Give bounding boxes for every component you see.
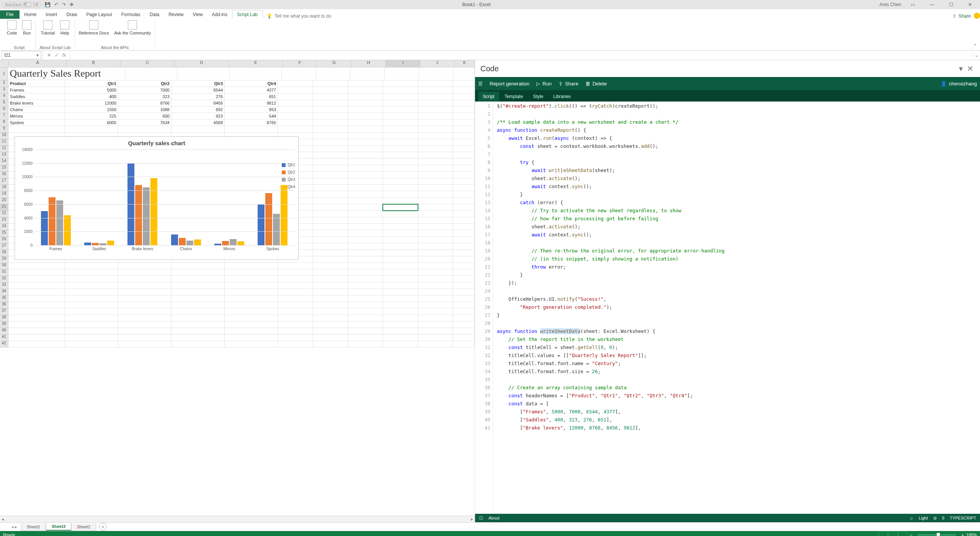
header-cell[interactable] [313, 80, 348, 87]
code-line[interactable]: // Set the report title in the worksheet [497, 336, 980, 344]
cell[interactable] [418, 100, 453, 107]
ask-community-button[interactable]: Ask the Community [114, 20, 151, 35]
cell[interactable] [172, 334, 225, 341]
cell[interactable] [418, 172, 453, 178]
zoom-out-icon[interactable]: − [910, 533, 912, 536]
cell[interactable]: Frames [8, 87, 65, 93]
cell[interactable]: 276 [172, 93, 225, 100]
cell[interactable] [313, 302, 348, 308]
cell[interactable] [313, 159, 348, 165]
view-buttons[interactable] [879, 531, 908, 536]
cell[interactable] [418, 204, 453, 211]
col-header-A[interactable]: A [9, 60, 67, 67]
cell[interactable] [383, 198, 418, 204]
ribbon-tab-home[interactable]: Home [20, 10, 41, 19]
cell[interactable] [313, 321, 348, 328]
cell[interactable] [278, 126, 313, 133]
cell[interactable] [348, 341, 383, 347]
ribbon-tab-formulas[interactable]: Formulas [117, 10, 145, 19]
row-header[interactable]: 10 [0, 133, 8, 139]
row-header[interactable]: 36 [0, 302, 8, 308]
row-header[interactable]: 24 [0, 224, 8, 230]
cell[interactable] [278, 321, 313, 328]
cell[interactable] [383, 139, 418, 146]
cell[interactable] [65, 315, 118, 321]
row-header[interactable]: 38 [0, 315, 8, 321]
cell[interactable] [313, 120, 348, 126]
reference-docs-button[interactable]: Reference Docs [79, 20, 109, 35]
cell[interactable] [225, 308, 278, 315]
cell[interactable] [278, 341, 313, 347]
cell[interactable] [65, 282, 118, 289]
row-header[interactable]: 30 [0, 263, 8, 269]
cell[interactable] [8, 334, 65, 341]
cell[interactable] [65, 269, 118, 276]
undo-icon[interactable]: ↶ [54, 2, 58, 7]
cell[interactable] [348, 269, 383, 276]
cell[interactable] [8, 321, 65, 328]
pane-dropdown-icon[interactable]: ▾ [956, 64, 965, 73]
cell[interactable] [418, 341, 453, 347]
cell[interactable]: 8766 [118, 100, 172, 107]
snippet-name[interactable]: Report generation [490, 81, 529, 87]
col-header-H[interactable]: H [351, 60, 386, 67]
code-line[interactable]: }); [497, 280, 980, 288]
code-line[interactable]: catch (error) { [497, 200, 980, 208]
cell[interactable] [172, 321, 225, 328]
cell[interactable] [383, 289, 418, 295]
cell[interactable] [383, 328, 418, 334]
cell[interactable] [348, 289, 383, 295]
cell[interactable] [172, 341, 225, 347]
cell[interactable] [316, 67, 351, 80]
header-cell[interactable] [278, 80, 313, 87]
cell[interactable] [418, 276, 453, 282]
cell[interactable] [313, 198, 348, 204]
maximize-icon[interactable]: ☐ [943, 1, 959, 8]
share-button[interactable]: ⇪Share [952, 13, 971, 19]
row-header[interactable]: 33 [0, 282, 8, 289]
cell[interactable] [418, 230, 453, 237]
redo-icon[interactable]: ↷ [62, 2, 66, 7]
row-header[interactable]: 12 [0, 146, 8, 152]
cell[interactable] [453, 113, 475, 120]
cell[interactable] [8, 341, 65, 347]
cell[interactable] [348, 113, 383, 120]
cell[interactable] [383, 152, 418, 159]
cell[interactable]: 600 [118, 113, 172, 120]
cell[interactable] [383, 100, 418, 107]
cell[interactable] [348, 302, 383, 308]
code-line[interactable]: // how far the processing got before fai… [497, 216, 980, 224]
cell[interactable] [225, 126, 278, 133]
select-all-corner[interactable] [0, 60, 9, 67]
cell[interactable] [453, 126, 475, 133]
cell[interactable] [65, 334, 118, 341]
cell[interactable] [313, 107, 348, 113]
header-cell[interactable]: Qtr1 [65, 80, 118, 87]
cell[interactable]: 323 [118, 93, 172, 100]
zoom-in-icon[interactable]: + [961, 533, 964, 536]
cell[interactable] [118, 321, 172, 328]
name-box[interactable]: I21 ▾ [2, 51, 41, 59]
code-line[interactable]: } [497, 272, 980, 280]
cell[interactable] [8, 282, 65, 289]
cell[interactable] [313, 204, 348, 211]
cell[interactable] [348, 159, 383, 165]
cell[interactable]: 7634 [118, 120, 172, 126]
cell[interactable] [118, 295, 172, 302]
cell[interactable] [313, 263, 348, 269]
cell[interactable] [418, 282, 453, 289]
cell[interactable]: 9812 [225, 100, 278, 107]
cell[interactable] [418, 250, 453, 256]
code-line[interactable] [497, 151, 980, 159]
cell[interactable] [313, 230, 348, 237]
code-line[interactable]: await context.sync(); [497, 232, 980, 240]
cell[interactable] [453, 100, 475, 107]
zoom-level[interactable]: 100% [966, 533, 977, 536]
header-cell[interactable] [453, 80, 475, 87]
row-header[interactable]: 39 [0, 321, 8, 328]
cell[interactable] [8, 302, 65, 308]
cell[interactable] [348, 152, 383, 159]
cell[interactable] [350, 67, 385, 80]
run-button[interactable]: Run [22, 20, 31, 35]
cell[interactable] [383, 315, 418, 321]
